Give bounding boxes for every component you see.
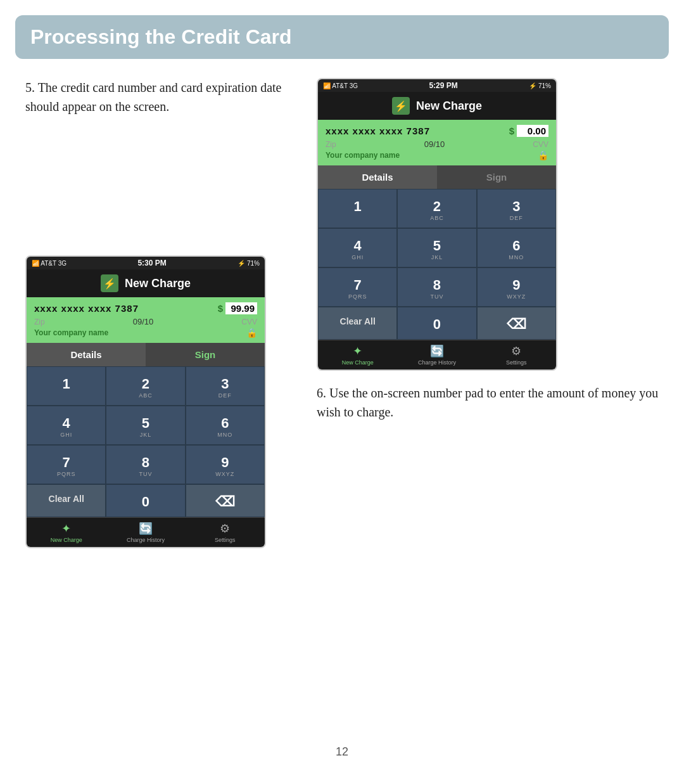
- exp-date-2: 09/10: [424, 139, 445, 149]
- key-back-2[interactable]: ⌫: [477, 307, 556, 340]
- app-icon-2: ⚡: [392, 97, 410, 115]
- app-title-1: New Charge: [125, 277, 191, 290]
- zip-2: Zip: [326, 140, 336, 149]
- page-header: Processing the Credit Card: [15, 15, 669, 59]
- key-1-2[interactable]: 1: [318, 189, 397, 228]
- key-3-2[interactable]: 3DEF: [477, 189, 556, 228]
- cvv-2: CVV: [533, 140, 548, 149]
- dollar-2: $: [509, 125, 514, 136]
- cvv-1: CVV: [241, 318, 257, 326]
- key-0-2[interactable]: 0: [397, 307, 476, 340]
- bottom-tabs-2: ✦ New Charge 🔄 Charge History ⚙ Settings: [318, 340, 556, 370]
- keypad-2: 1 2ABC 3DEF 4GHI 5JKL 6MNO 7PQRS 8TUV 9W…: [318, 189, 556, 340]
- history-icon-2: 🔄: [400, 344, 474, 358]
- tabs-row-1: Details Sign: [27, 343, 265, 366]
- key-2-2[interactable]: 2ABC: [397, 189, 476, 228]
- status-bar-1: 📶 AT&T 3G 5:30 PM ⚡ 71%: [27, 257, 265, 269]
- tab-details-2[interactable]: Details: [318, 165, 437, 189]
- time-1: 5:30 PM: [137, 259, 166, 267]
- left-column: 5. The credit card number and card expir…: [25, 72, 291, 548]
- tabs-row-2: Details Sign: [318, 165, 556, 189]
- key-1-1[interactable]: 1: [27, 366, 106, 406]
- step5-text: 5. The credit card number and card expir…: [25, 72, 291, 116]
- signal-1: 📶 AT&T 3G: [32, 260, 66, 267]
- new-charge-icon-1: ✦: [29, 522, 103, 536]
- key-8-1[interactable]: 8TUV: [106, 445, 185, 484]
- key-clear-1[interactable]: Clear All: [27, 484, 106, 517]
- bottom-tab-label-2: New Charge: [342, 359, 374, 366]
- company-1: Your company name: [34, 328, 108, 337]
- app-icon-1: ⚡: [101, 274, 118, 292]
- page-number: 12: [323, 733, 361, 771]
- keypad-1: 1 2ABC 3DEF 4GHI 5JKL 6MNO 7PQRS 8TUV 9W…: [27, 366, 265, 517]
- phone-mockup-2: 📶 AT&T 3G 5:29 PM ⚡ 71% ⚡ New Charge xxx…: [317, 78, 557, 371]
- key-6-2[interactable]: 6MNO: [477, 228, 556, 267]
- card-info-1: xxxx xxxx xxxx 7387 $ 99.99 Zip 09/10 CV…: [27, 297, 265, 343]
- key-4-1[interactable]: 4GHI: [27, 406, 106, 445]
- page-title: Processing the Credit Card: [30, 25, 654, 49]
- card-info-2: xxxx xxxx xxxx 7387 $ 0.00 Zip 09/10 CVV…: [318, 120, 556, 165]
- bottom-tab-label-s1: Settings: [215, 537, 236, 543]
- tab-details-1[interactable]: Details: [27, 343, 146, 366]
- bottom-tab-history-2[interactable]: 🔄 Charge History: [397, 340, 476, 370]
- key-0-1[interactable]: 0: [106, 484, 185, 517]
- key-5-2[interactable]: 5JKL: [397, 228, 476, 267]
- bottom-tab-new-charge-1[interactable]: ✦ New Charge: [27, 518, 106, 547]
- key-back-1[interactable]: ⌫: [186, 484, 265, 517]
- tab-sign-2[interactable]: Sign: [437, 165, 556, 189]
- exp-date-1: 09/10: [133, 317, 154, 326]
- battery-2: ⚡ 71%: [529, 82, 551, 89]
- bottom-tab-label-s2: Settings: [506, 359, 527, 366]
- bottom-tab-label-h2: Charge History: [418, 359, 456, 366]
- new-charge-icon-2: ✦: [320, 344, 395, 358]
- lock-icon-1: 🔒: [246, 328, 257, 338]
- key-clear-2[interactable]: Clear All: [318, 307, 397, 340]
- bottom-tab-label-h1: Charge History: [127, 537, 165, 543]
- key-2-1[interactable]: 2ABC: [106, 366, 185, 406]
- app-titlebar-2: ⚡ New Charge: [318, 92, 556, 120]
- settings-icon-2: ⚙: [479, 344, 554, 358]
- bottom-tab-label-1: New Charge: [51, 537, 82, 543]
- tab-sign-1[interactable]: Sign: [146, 343, 265, 366]
- company-2: Your company name: [326, 151, 400, 160]
- bottom-tab-new-charge-2[interactable]: ✦ New Charge: [318, 340, 397, 370]
- card-number-1: xxxx xxxx xxxx 7387: [34, 303, 139, 314]
- key-6-1[interactable]: 6MNO: [186, 406, 265, 445]
- zip-1: Zip: [34, 318, 45, 326]
- bottom-tab-settings-1[interactable]: ⚙ Settings: [186, 518, 265, 547]
- dollar-1: $: [218, 303, 223, 314]
- bottom-tab-history-1[interactable]: 🔄 Charge History: [106, 518, 185, 547]
- key-7-2[interactable]: 7PQRS: [318, 267, 397, 307]
- time-2: 5:29 PM: [429, 81, 457, 90]
- amount-1: 99.99: [225, 302, 257, 314]
- phone-mockup-1: 📶 AT&T 3G 5:30 PM ⚡ 71% ⚡ New Charge xxx…: [25, 255, 266, 548]
- app-title-2: New Charge: [416, 100, 482, 113]
- card-number-2: xxxx xxxx xxxx 7387: [326, 125, 430, 136]
- app-titlebar-1: ⚡ New Charge: [27, 269, 265, 297]
- bottom-tab-settings-2[interactable]: ⚙ Settings: [477, 340, 556, 370]
- key-7-1[interactable]: 7PQRS: [27, 445, 106, 484]
- amount-2: 0.00: [517, 125, 548, 137]
- settings-icon-1: ⚙: [188, 522, 262, 536]
- signal-2: 📶 AT&T 3G: [323, 82, 358, 89]
- key-8-2[interactable]: 8TUV: [397, 267, 476, 307]
- right-column: 📶 AT&T 3G 5:29 PM ⚡ 71% ⚡ New Charge xxx…: [317, 72, 659, 548]
- key-9-1[interactable]: 9WXYZ: [186, 445, 265, 484]
- key-4-2[interactable]: 4GHI: [318, 228, 397, 267]
- status-bar-2: 📶 AT&T 3G 5:29 PM ⚡ 71%: [318, 79, 556, 92]
- history-icon-1: 🔄: [108, 522, 182, 536]
- key-5-1[interactable]: 5JKL: [106, 406, 185, 445]
- bottom-tabs-1: ✦ New Charge 🔄 Charge History ⚙ Settings: [27, 517, 265, 547]
- step6-text: 6. Use the on-screen number pad to enter…: [317, 383, 659, 421]
- key-9-2[interactable]: 9WXYZ: [477, 267, 556, 307]
- key-3-1[interactable]: 3DEF: [186, 366, 265, 406]
- lock-icon-2: 🔒: [538, 150, 548, 160]
- battery-1: ⚡ 71%: [238, 260, 260, 267]
